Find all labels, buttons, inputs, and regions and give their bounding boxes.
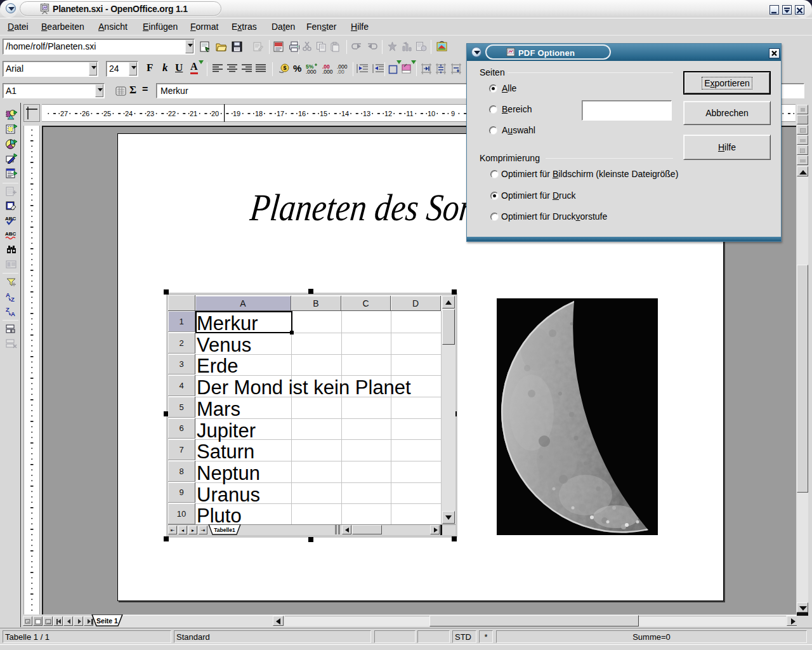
- svg-text:17: 17: [277, 110, 284, 117]
- svg-text:$: $: [284, 65, 287, 71]
- svg-text:.000: .000: [322, 69, 333, 74]
- svg-text:15: 15: [320, 110, 327, 117]
- svg-text:A: A: [6, 291, 10, 298]
- svg-text:26: 26: [82, 110, 89, 117]
- svg-text:14: 14: [341, 110, 349, 117]
- svg-text:Tabelle1: Tabelle1: [214, 527, 235, 533]
- svg-text:13: 13: [363, 110, 370, 117]
- svg-text:19: 19: [233, 110, 240, 117]
- svg-text:Seite 1: Seite 1: [96, 617, 118, 625]
- svg-text:24: 24: [125, 110, 133, 117]
- svg-text:Z: Z: [6, 306, 10, 313]
- svg-text:ABC: ABC: [5, 216, 16, 222]
- svg-text:27: 27: [60, 110, 68, 117]
- svg-text:10: 10: [428, 110, 435, 117]
- svg-text:21: 21: [190, 110, 197, 117]
- svg-text:.000: .000: [306, 69, 317, 74]
- svg-text:18: 18: [255, 110, 263, 117]
- svg-text:A: A: [11, 310, 15, 317]
- svg-text:%: %: [293, 63, 301, 74]
- svg-text:12: 12: [384, 110, 392, 117]
- svg-text:22: 22: [168, 110, 176, 117]
- svg-text:16: 16: [298, 110, 306, 117]
- svg-text:25: 25: [103, 110, 111, 117]
- svg-text:20: 20: [211, 110, 219, 117]
- svg-text:23: 23: [147, 110, 154, 117]
- svg-text:11: 11: [406, 110, 413, 117]
- svg-text:.00: .00: [337, 69, 344, 74]
- svg-text:ABC: ABC: [5, 231, 16, 237]
- svg-text:Z: Z: [11, 296, 15, 302]
- svg-text:9: 9: [451, 110, 455, 117]
